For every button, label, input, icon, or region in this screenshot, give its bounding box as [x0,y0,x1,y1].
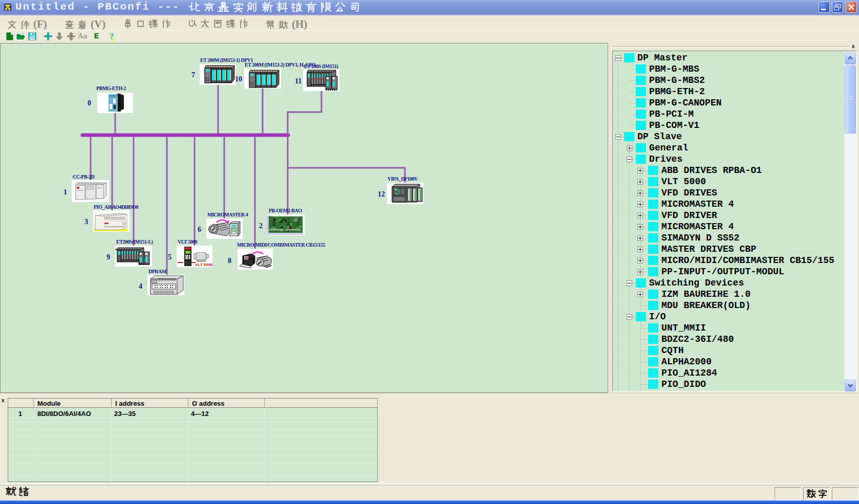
svg-text:VLT 5000: VLT 5000 [195,262,212,267]
